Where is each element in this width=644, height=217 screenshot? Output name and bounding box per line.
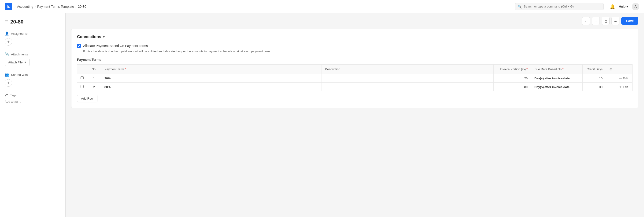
col-description: Description <box>322 65 494 74</box>
row-credit-days: 10 <box>583 74 606 83</box>
chevron-down-icon: ▾ <box>626 5 628 9</box>
hamburger-icon: ☰ <box>5 20 8 24</box>
save-button[interactable]: Save <box>621 17 638 25</box>
edit-row-0-button[interactable]: ✏ Edit <box>620 77 628 80</box>
attach-file-button[interactable]: Attach File + <box>5 59 30 66</box>
allocate-payment-checkbox[interactable] <box>77 44 81 48</box>
shared-with-section: 👥 Shared With + <box>5 73 61 87</box>
next-button[interactable]: › <box>592 17 600 25</box>
table-row: 2 80% 80 Day(s) after invoice date 30 ✏ … <box>77 83 632 91</box>
group-icon: 👥 <box>5 73 9 77</box>
row-credit-days: 30 <box>583 83 606 91</box>
col-actions <box>616 65 632 74</box>
col-credit-days: Credit Days <box>583 65 606 74</box>
col-invoice-portion: Invoice Portion (%)* <box>494 65 531 74</box>
print-button[interactable]: 🖨 <box>602 17 610 25</box>
table-header-row: No. Payment Term* Description Invoice Po… <box>77 65 632 74</box>
prev-button[interactable]: ‹ <box>582 17 590 25</box>
connections-title: Connections <box>77 35 101 39</box>
chevron-down-icon[interactable]: ▾ <box>103 35 105 39</box>
row-payment-term: 20% <box>101 74 322 83</box>
row-checkbox-0[interactable] <box>80 76 84 79</box>
tags-section: 🏷 Tags Add a tag ... <box>5 93 61 103</box>
add-shared-button[interactable]: + <box>5 79 12 87</box>
edit-icon: ✏ <box>620 85 622 89</box>
breadcrumb-current: 20-80 <box>78 5 86 9</box>
page-title: 20-80 <box>10 19 24 25</box>
allocate-payment-label[interactable]: Allocate Payment Based On Payment Terms <box>83 44 148 48</box>
attachments-label: Attachments <box>11 53 28 56</box>
row-settings-cell <box>606 74 616 83</box>
breadcrumb-accounting[interactable]: Accounting <box>17 5 33 9</box>
notification-bell-button[interactable]: 🔔 <box>610 4 615 9</box>
main-content: ‹ › 🖨 ••• Save Connections ▾ Allocate Pa… <box>66 13 644 217</box>
col-no: No. <box>87 65 101 74</box>
col-settings: ⚙ <box>606 65 616 74</box>
person-icon: 👤 <box>5 32 9 36</box>
breadcrumb: › Accounting › Payment Terms Template › … <box>14 5 86 9</box>
edit-icon: ✏ <box>620 77 622 80</box>
col-due-date-based-on: Due Date Based On* <box>531 65 583 74</box>
row-checkbox-1[interactable] <box>80 85 84 88</box>
nav-right: 🔔 Help ▾ A <box>610 3 639 10</box>
edit-row-1-button[interactable]: ✏ Edit <box>620 85 628 89</box>
more-options-button[interactable]: ••• <box>612 17 620 25</box>
ellipsis-icon: ••• <box>614 19 617 23</box>
row-invoice-portion: 80 <box>494 83 531 91</box>
sidebar: ☰ 20-80 👤 Assigned To + 📎 Attachments At… <box>0 13 66 217</box>
add-row-button[interactable]: Add Row <box>77 95 98 102</box>
add-tag-link[interactable]: Add a tag ... <box>5 100 21 103</box>
row-description <box>322 74 494 83</box>
search-bar[interactable]: 🔍 <box>515 3 604 10</box>
checkbox-hint: If this checkbox is checked, paid amount… <box>83 50 632 53</box>
avatar: A <box>632 3 639 10</box>
row-settings-cell <box>606 83 616 91</box>
payment-terms-section-title: Payment Terms <box>77 58 632 62</box>
row-no: 2 <box>87 83 101 91</box>
attachments-section: 📎 Attachments Attach File + <box>5 52 61 66</box>
app-icon: E <box>5 3 12 10</box>
tag-icon: 🏷 <box>5 93 8 97</box>
row-payment-term: 80% <box>101 83 322 91</box>
help-button[interactable]: Help ▾ <box>619 5 628 9</box>
search-input[interactable] <box>524 5 601 8</box>
attach-plus-icon: + <box>24 61 26 64</box>
col-payment-term: Payment Term* <box>101 65 322 74</box>
shared-with-label: Shared With <box>11 73 28 77</box>
search-icon: 🔍 <box>518 5 522 9</box>
print-icon: 🖨 <box>604 19 608 23</box>
paperclip-icon: 📎 <box>5 52 9 56</box>
row-checkbox-cell <box>77 74 87 83</box>
connections-header: Connections ▾ <box>77 35 632 39</box>
row-no: 1 <box>87 74 101 83</box>
table-row: 1 20% 20 Day(s) after invoice date 10 ✏ … <box>77 74 632 83</box>
allocate-payment-checkbox-row: Allocate Payment Based On Payment Terms <box>77 44 632 48</box>
row-checkbox-cell <box>77 83 87 91</box>
add-assigned-button[interactable]: + <box>5 38 12 46</box>
breadcrumb-payment-terms-template[interactable]: Payment Terms Template <box>37 5 74 9</box>
col-checkbox <box>77 65 87 74</box>
page-title-row: ☰ 20-80 <box>5 19 61 25</box>
tags-label: Tags <box>10 93 16 97</box>
row-description <box>322 83 494 91</box>
settings-icon[interactable]: ⚙ <box>609 67 612 71</box>
toolbar: ‹ › 🖨 ••• Save <box>71 13 638 29</box>
row-invoice-portion: 20 <box>494 74 531 83</box>
assigned-to-section: 👤 Assigned To + <box>5 32 61 46</box>
assigned-to-label: Assigned To <box>11 32 28 36</box>
row-due-date-based-on: Day(s) after invoice date <box>531 74 583 83</box>
payment-terms-table: No. Payment Term* Description Invoice Po… <box>77 64 632 91</box>
topnav: E › Accounting › Payment Terms Template … <box>0 0 644 13</box>
page-layout: ☰ 20-80 👤 Assigned To + 📎 Attachments At… <box>0 13 644 217</box>
row-action-cell: ✏ Edit <box>616 83 632 91</box>
row-due-date-based-on: Day(s) after invoice date <box>531 83 583 91</box>
connections-card: Connections ▾ Allocate Payment Based On … <box>71 29 638 108</box>
row-action-cell: ✏ Edit <box>616 74 632 83</box>
